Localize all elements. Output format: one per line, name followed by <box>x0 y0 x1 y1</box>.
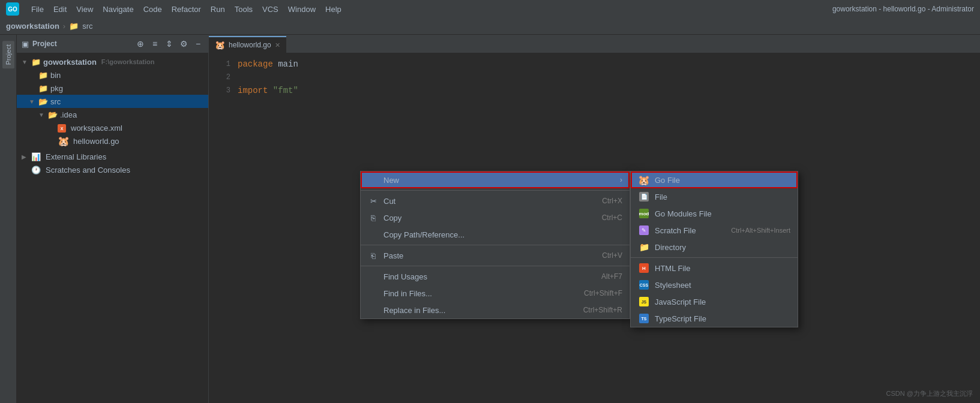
tree-label-pkg: pkg <box>50 84 63 93</box>
collapse-btn[interactable]: ≡ <box>149 38 160 49</box>
tree-item-helloworld-go[interactable]: 🐹 helloworld.go <box>17 134 208 148</box>
ctx-find-files-label: Find in Files... <box>383 289 579 298</box>
line-num-1: 1 <box>209 60 238 68</box>
ctx-item-new[interactable]: New › <box>361 172 630 188</box>
folder-open-icon: 📂 <box>38 97 48 106</box>
menu-window[interactable]: Window <box>288 5 316 14</box>
kw-package: package <box>238 59 273 69</box>
import-fmt: "fmt" <box>273 86 298 95</box>
sidebar-tab-project[interactable]: Project <box>2 41 14 68</box>
submenu-item-file[interactable]: 📄 File <box>631 188 798 205</box>
ctx-new-arrow: › <box>620 176 622 184</box>
submenu-item-html[interactable]: H HTML File <box>631 260 798 276</box>
ctx-separator-1 <box>361 190 630 191</box>
settings-btn[interactable]: ⚙ <box>178 38 189 49</box>
chevron-right-icon: ▶ <box>22 154 29 160</box>
tab-close-btn[interactable]: ✕ <box>275 41 280 49</box>
submenu-item-directory[interactable]: 📁 Directory <box>631 239 798 255</box>
cut-icon: ✂ <box>368 197 379 206</box>
tree-item-src[interactable]: ▼ 📂 src <box>17 95 208 108</box>
tree-item-bin[interactable]: 📁 bin <box>17 68 208 82</box>
ctx-item-paste[interactable]: ⎗ Paste Ctrl+V <box>361 247 630 264</box>
tree-item-workspace-xml[interactable]: X workspace.xml <box>17 121 208 134</box>
ctx-replace-files-label: Replace in Files... <box>383 306 579 315</box>
submenu: 🐹 Go File 📄 File mod Go Modules File ✎ S… <box>630 171 798 327</box>
ctx-item-find-in-files[interactable]: Find in Files... Ctrl+Shift+F <box>361 285 630 302</box>
tree-root-path: F:\goworkstation <box>101 58 155 65</box>
menu-edit[interactable]: Edit <box>53 5 67 14</box>
paste-icon: ⎗ <box>368 251 379 260</box>
menu-run[interactable]: Run <box>211 5 225 14</box>
tree-item-scratches[interactable]: 🕐 Scratches and Consoles <box>17 163 208 176</box>
menu-navigate[interactable]: Navigate <box>103 5 133 14</box>
kw-import: import <box>238 86 268 95</box>
breadcrumb-project[interactable]: goworkstation <box>6 22 59 31</box>
directory-icon: 📁 <box>638 242 650 252</box>
submenu-file-label: File <box>655 193 790 202</box>
ctx-item-find-usages[interactable]: Find Usages Alt+F7 <box>361 268 630 285</box>
tree-label-bin: bin <box>50 71 61 80</box>
copy-icon: ⎘ <box>368 213 379 222</box>
menu-help[interactable]: Help <box>325 5 341 14</box>
submenu-item-go-file[interactable]: 🐹 Go File <box>631 172 798 188</box>
gomod-file-icon: mod <box>638 209 650 218</box>
ctx-copy-shortcut: Ctrl+C <box>602 213 622 222</box>
ctx-cut-shortcut: Ctrl+X <box>602 197 622 205</box>
line-num-2: 2 <box>209 73 238 82</box>
tree-item-idea[interactable]: ▼ 📂 .idea <box>17 108 208 121</box>
menu-tools[interactable]: Tools <box>235 5 253 14</box>
tree-item-external-libs[interactable]: ▶ 📊 External Libraries <box>17 150 208 163</box>
submenu-go-file-label: Go File <box>655 176 790 185</box>
submenu-scratch-label: Scratch File <box>655 226 726 235</box>
menu-vcs[interactable]: VCS <box>262 5 278 14</box>
ctx-item-replace-in-files[interactable]: Replace in Files... Ctrl+Shift+R <box>361 302 630 318</box>
submenu-ts-label: TypeScript File <box>655 314 790 323</box>
tree-label-scratches: Scratches and Consoles <box>46 166 130 175</box>
menu-view[interactable]: View <box>76 5 93 14</box>
submenu-item-stylesheet[interactable]: CSS Stylesheet <box>631 276 798 293</box>
go-file-icon: 🐹 <box>58 136 70 147</box>
submenu-item-js[interactable]: JS JavaScript File <box>631 293 798 310</box>
breadcrumb-separator: › <box>63 22 65 31</box>
app-logo: GO <box>6 2 19 16</box>
project-panel-header: ▣ Project ⊕ ≡ ⇕ ⚙ − <box>17 35 208 53</box>
html-file-icon: H <box>638 263 650 273</box>
ctx-item-cut[interactable]: ✂ Cut Ctrl+X <box>361 193 630 209</box>
project-panel-title: Project <box>32 40 131 48</box>
tree-item-pkg[interactable]: 📁 pkg <box>17 82 208 95</box>
project-panel-icon: ▣ <box>22 40 29 49</box>
ctx-separator-3 <box>361 266 630 266</box>
ctx-find-usages-label: Find Usages <box>383 272 597 281</box>
tree-item-root[interactable]: ▼ 📁 goworkstation F:\goworkstation <box>17 55 208 68</box>
ctx-copy-path-label: Copy Path/Reference... <box>383 230 618 239</box>
tree-label-src: src <box>50 97 61 106</box>
folder-icon: 📁 <box>38 71 48 80</box>
close-btn[interactable]: − <box>193 38 203 49</box>
scratch-file-icon: ✎ <box>638 225 650 235</box>
ctx-item-copy[interactable]: ⎘ Copy Ctrl+C <box>361 209 630 226</box>
expand-btn[interactable]: ⇕ <box>164 38 175 49</box>
window-title: goworkstation - helloworld.go - Administ… <box>832 5 974 13</box>
submenu-stylesheet-label: Stylesheet <box>655 281 790 290</box>
submenu-directory-label: Directory <box>655 243 790 252</box>
menu-file[interactable]: File <box>31 5 44 14</box>
tree-label-idea: .idea <box>60 110 77 119</box>
breadcrumb-folder[interactable]: src <box>82 22 92 31</box>
menu-code[interactable]: Code <box>143 5 162 14</box>
submenu-item-ts[interactable]: TS TypeScript File <box>631 310 798 327</box>
code-line-1: 1 package main <box>209 58 980 71</box>
locate-btn[interactable]: ⊕ <box>135 38 146 49</box>
editor-tab-helloworld[interactable]: 🐹 helloworld.go ✕ <box>209 36 286 53</box>
tree-label-external-libs: External Libraries <box>46 152 106 161</box>
menu-bar: File Edit View Navigate Code Refactor Ru… <box>31 5 820 14</box>
ctx-new-label: New <box>383 176 615 185</box>
submenu-item-go-modules[interactable]: mod Go Modules File <box>631 205 798 222</box>
submenu-go-modules-label: Go Modules File <box>655 209 790 218</box>
ctx-item-copy-path[interactable]: Copy Path/Reference... <box>361 226 630 243</box>
chevron-down-icon: ▼ <box>38 112 46 118</box>
menu-refactor[interactable]: Refactor <box>172 5 201 14</box>
submenu-item-scratch[interactable]: ✎ Scratch File Ctrl+Alt+Shift+Insert <box>631 222 798 239</box>
ctx-copy-label: Copy <box>383 213 597 222</box>
ctx-find-files-shortcut: Ctrl+Shift+F <box>584 289 622 297</box>
file-icon: 📄 <box>638 192 650 202</box>
